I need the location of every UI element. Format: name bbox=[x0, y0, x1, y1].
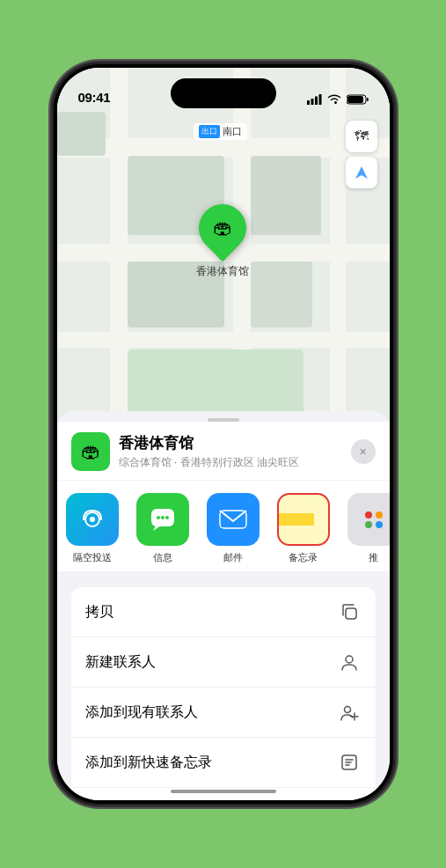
svg-rect-2 bbox=[315, 97, 318, 106]
venue-icon: 🏟 bbox=[71, 432, 110, 471]
mail-label: 邮件 bbox=[223, 551, 243, 564]
pin-inner: 🏟 bbox=[213, 217, 232, 239]
map-entrance-label: 出口 南口 bbox=[194, 123, 247, 140]
notes-label: 备忘录 bbox=[289, 551, 318, 564]
add-existing-icon bbox=[337, 700, 362, 725]
bottom-sheet: 🏟 香港体育馆 综合体育馆 · 香港特别行政区 油尖旺区 × bbox=[57, 411, 390, 800]
location-pin: 🏟 香港体育馆 bbox=[196, 204, 249, 279]
copy-icon bbox=[337, 600, 362, 624]
new-contact-icon bbox=[337, 650, 362, 674]
share-item-airdrop[interactable]: 隔空投送 bbox=[57, 493, 128, 564]
action-list: 拷贝 新建联系人 bbox=[71, 587, 376, 800]
status-time: 09:41 bbox=[78, 90, 111, 105]
map-controls: 🗺 bbox=[346, 121, 377, 188]
svg-rect-3 bbox=[318, 94, 321, 105]
svg-rect-5 bbox=[347, 96, 363, 103]
action-new-contact[interactable]: 新建联系人 bbox=[71, 637, 376, 688]
more-icon bbox=[347, 493, 390, 546]
svg-point-13 bbox=[165, 516, 169, 519]
entrance-text: 南口 bbox=[223, 125, 242, 138]
close-button[interactable]: × bbox=[351, 439, 376, 464]
airdrop-icon bbox=[66, 493, 119, 546]
sheet-divider bbox=[57, 571, 390, 578]
phone-screen: 09:41 bbox=[57, 68, 390, 800]
action-copy-label: 拷贝 bbox=[85, 603, 113, 622]
svg-rect-16 bbox=[346, 608, 356, 619]
svg-rect-0 bbox=[307, 100, 310, 105]
pin-circle: 🏟 bbox=[188, 195, 255, 261]
svg-point-12 bbox=[161, 516, 165, 519]
message-label: 信息 bbox=[153, 551, 172, 564]
more-label: 推 bbox=[369, 551, 378, 564]
add-existing-label: 添加到现有联系人 bbox=[85, 703, 198, 722]
status-icons bbox=[307, 94, 369, 105]
share-item-notes[interactable]: 备忘录 bbox=[268, 493, 339, 564]
svg-point-8 bbox=[90, 517, 95, 522]
action-add-existing[interactable]: 添加到现有联系人 bbox=[71, 688, 376, 738]
svg-point-17 bbox=[346, 656, 353, 663]
notes-icon-wrap bbox=[277, 493, 330, 546]
battery-icon bbox=[347, 94, 369, 105]
action-add-notes[interactable]: 添加到新快速备忘录 bbox=[71, 738, 376, 788]
svg-marker-6 bbox=[355, 166, 368, 179]
share-item-more[interactable]: 推 bbox=[339, 493, 390, 564]
venue-header: 🏟 香港体育馆 综合体育馆 · 香港特别行政区 油尖旺区 × bbox=[57, 422, 390, 480]
action-copy[interactable]: 拷贝 bbox=[71, 587, 376, 637]
venue-name: 香港体育馆 bbox=[119, 433, 342, 453]
svg-point-18 bbox=[344, 707, 350, 713]
dynamic-island bbox=[171, 78, 276, 108]
share-item-mail[interactable]: 邮件 bbox=[198, 493, 268, 564]
svg-point-11 bbox=[157, 516, 160, 519]
signal-icon bbox=[307, 94, 322, 105]
airdrop-label: 隔空投送 bbox=[73, 551, 112, 564]
add-notes-label: 添加到新快速备忘录 bbox=[85, 754, 212, 772]
home-indicator bbox=[171, 790, 276, 793]
wifi-icon bbox=[327, 94, 341, 105]
map-location-button[interactable] bbox=[346, 157, 377, 188]
entrance-icon: 出口 bbox=[199, 125, 220, 138]
share-row: 隔空投送 信息 bbox=[57, 481, 390, 571]
phone-frame: 09:41 bbox=[52, 63, 395, 805]
svg-rect-1 bbox=[311, 99, 313, 105]
map-layers-button[interactable]: 🗺 bbox=[346, 121, 377, 152]
share-item-message[interactable]: 信息 bbox=[128, 493, 198, 564]
message-icon bbox=[136, 493, 189, 546]
venue-info: 香港体育馆 综合体育馆 · 香港特别行政区 油尖旺区 bbox=[119, 433, 342, 470]
pin-label: 香港体育馆 bbox=[196, 264, 249, 279]
venue-subtitle: 综合体育馆 · 香港特别行政区 油尖旺区 bbox=[119, 455, 342, 470]
mail-icon bbox=[207, 493, 260, 546]
new-contact-label: 新建联系人 bbox=[85, 653, 156, 672]
add-notes-icon bbox=[337, 750, 362, 775]
map-area: 出口 南口 🏟 香港体育馆 🗺 bbox=[57, 68, 390, 438]
